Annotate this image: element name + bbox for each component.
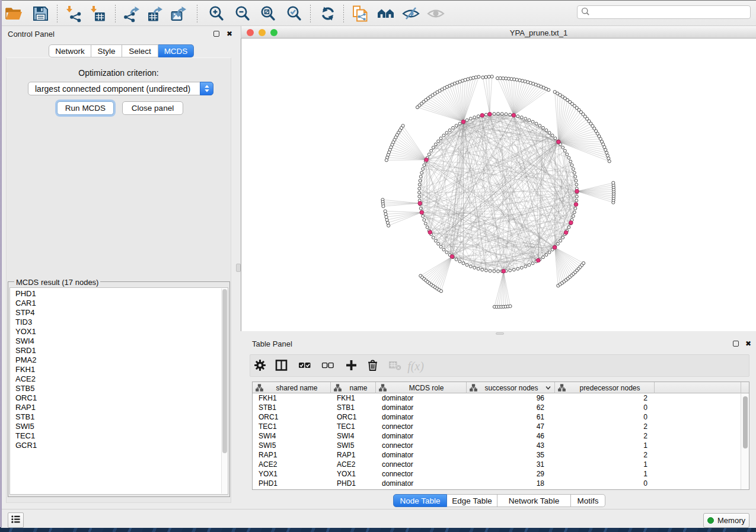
mcds-result-list[interactable]: PHD1CAR1STP4TID3YOX1SWI4SRD1PMA2FKH1ACE2… — [9, 287, 228, 495]
table-row[interactable]: FKH1FKH1dominator962 — [253, 393, 749, 403]
table-row[interactable]: ORC1ORC1dominator610 — [253, 412, 749, 422]
result-list-item[interactable]: RAP1 — [10, 403, 228, 412]
close-panel-button[interactable]: Close panel — [122, 101, 183, 115]
tab-network[interactable]: Network — [49, 44, 91, 57]
run-mcds-button[interactable]: Run MCDS — [57, 101, 114, 115]
open-folder-button[interactable] — [4, 4, 23, 23]
show-eye-button[interactable] — [426, 4, 445, 23]
column-header-predecessor-nodes[interactable]: predecessor nodes — [555, 382, 655, 393]
close-panel-icon[interactable]: ✖ — [225, 30, 234, 38]
plus-button[interactable] — [344, 359, 358, 373]
result-list-item[interactable]: ORC1 — [10, 393, 228, 403]
import-table-button[interactable] — [88, 4, 107, 23]
export-image-button[interactable] — [170, 4, 189, 23]
cell-MCDS-role: connector — [376, 422, 467, 431]
tab-network-table[interactable]: Network Table — [497, 494, 571, 507]
save-button[interactable] — [31, 4, 50, 23]
cell-predecessor-nodes: 2 — [555, 393, 655, 403]
memory-button[interactable]: Memory — [703, 513, 749, 528]
two-houses-icon — [377, 5, 395, 23]
cell-predecessor-nodes: 0 — [555, 479, 655, 488]
result-list-item[interactable]: SRD1 — [10, 346, 228, 355]
table-scroll-thumb[interactable] — [743, 396, 748, 448]
zoom-in-button[interactable] — [207, 4, 226, 23]
panel-list-button[interactable] — [8, 512, 24, 528]
table-row[interactable]: STB1STB1dominator620 — [253, 403, 749, 412]
export-table-button[interactable] — [146, 4, 165, 23]
table-row[interactable]: ACE2ACE2connector311 — [253, 460, 749, 469]
import-network-button[interactable] — [64, 4, 83, 23]
hierarchy-icon — [253, 384, 263, 392]
tab-motifs[interactable]: Motifs — [571, 494, 605, 507]
tab-edge-table[interactable]: Edge Table — [447, 494, 497, 507]
network-window-titlebar: YPA_prune.txt_1 — [241, 26, 756, 39]
gear-button[interactable] — [253, 359, 267, 373]
result-list-item[interactable]: PMA2 — [10, 355, 228, 365]
table-row[interactable]: PHD1PHD1dominator180 — [253, 479, 749, 488]
toolbar-separator — [310, 5, 311, 23]
network-canvas[interactable] — [241, 39, 756, 331]
maximize-window-icon[interactable] — [270, 29, 277, 36]
split-columns-icon — [275, 359, 288, 374]
result-list-item[interactable]: STP4 — [10, 308, 228, 318]
tab-node-table[interactable]: Node Table — [393, 494, 447, 507]
result-list-item[interactable]: PHD1 — [10, 289, 228, 299]
result-list-scroll-thumb[interactable] — [222, 289, 227, 453]
column-header-name[interactable]: name — [331, 382, 376, 393]
trash-button[interactable] — [365, 359, 379, 373]
table-row[interactable]: YOX1YOX1connector291 — [253, 469, 749, 479]
column-header-MCDS-role[interactable]: MCDS role — [376, 382, 467, 393]
result-list-item[interactable]: STB5 — [10, 384, 228, 393]
tab-select[interactable]: Select — [122, 44, 158, 57]
tab-mcds[interactable]: MCDS — [158, 44, 194, 57]
result-list-item[interactable]: STB1 — [10, 412, 228, 422]
result-list-item[interactable]: SWI5 — [10, 422, 228, 431]
close-table-panel-icon[interactable]: ✖ — [744, 339, 752, 348]
export-network-button[interactable] — [123, 4, 142, 23]
search-input[interactable] — [589, 6, 750, 18]
checked-boxes-button[interactable] — [297, 359, 311, 373]
unchecked-boxes-button[interactable] — [320, 359, 334, 373]
table-scrollbar[interactable] — [741, 393, 749, 489]
zoom-out-button[interactable] — [233, 4, 252, 23]
result-list-item[interactable]: ACE2 — [10, 374, 228, 384]
result-list-item[interactable]: TID3 — [10, 318, 228, 327]
horizontal-split-handle[interactable] — [496, 332, 504, 335]
split-columns-button[interactable] — [274, 359, 288, 373]
result-list-item[interactable]: YOX1 — [10, 327, 228, 336]
vertical-split-handle[interactable] — [236, 264, 241, 272]
refresh-button[interactable] — [318, 4, 337, 23]
cell-name: TEC1 — [331, 422, 376, 431]
result-list-item[interactable]: CAR1 — [10, 299, 228, 308]
hierarchy-icon — [467, 384, 477, 392]
table-row[interactable]: SWI4SWI4dominator462 — [253, 431, 749, 441]
bulleted-list-icon — [11, 515, 20, 526]
result-list-item[interactable]: TEC1 — [10, 431, 228, 441]
column-header-successor-nodes[interactable]: successor nodes — [467, 382, 555, 393]
minimize-window-icon[interactable] — [259, 29, 266, 36]
float-panel-icon[interactable] — [213, 31, 219, 37]
result-list-item[interactable]: FKH1 — [10, 365, 228, 374]
float-table-panel-icon[interactable] — [733, 341, 739, 347]
table-row[interactable]: RAP1RAP1dominator352 — [253, 450, 749, 460]
zoom-fit-button[interactable] — [259, 4, 277, 23]
two-houses-button[interactable] — [377, 4, 395, 23]
control-panel: Control Panel ✖ NetworkStyleSelectMCDS O… — [2, 26, 235, 509]
zoom-selected-button[interactable] — [285, 4, 304, 23]
column-header-shared-name[interactable]: shared name — [253, 382, 331, 393]
tab-style[interactable]: Style — [91, 44, 122, 57]
zoom-selected-icon — [285, 5, 303, 23]
table-row[interactable]: TEC1TEC1connector472 — [253, 422, 749, 431]
criterion-dropdown[interactable]: largest connected component (undirected) — [28, 82, 213, 95]
result-list-item[interactable]: SWI4 — [10, 336, 228, 346]
search-box[interactable] — [577, 5, 751, 19]
result-list-item[interactable]: GCR1 — [10, 441, 228, 450]
result-list-scrollbar[interactable] — [221, 289, 227, 493]
function-fx-button: f(x) — [409, 359, 423, 373]
close-window-icon[interactable] — [247, 29, 254, 36]
hide-eye-button[interactable] — [401, 4, 420, 23]
dropdown-arrows-icon — [200, 82, 213, 95]
main-toolbar — [1, 1, 756, 26]
table-row[interactable]: SWI5SWI5connector431 — [253, 441, 749, 450]
clone-network-button[interactable] — [351, 4, 370, 23]
